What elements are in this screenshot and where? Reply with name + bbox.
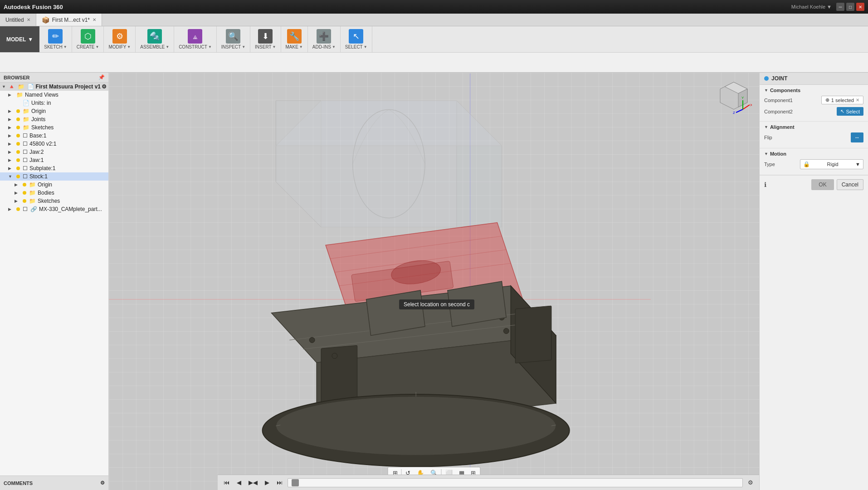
footer-buttons: OK Cancel — [811, 179, 863, 190]
components-arrow: ▼ — [764, 88, 768, 93]
tree-stock1[interactable]: ▼ ☐ Stock:1 — [0, 172, 108, 181]
timeline-play-rev[interactable]: ▶◀ — [246, 478, 260, 487]
base1-bullet — [16, 134, 20, 137]
view-cube[interactable]: X Y Z — [716, 80, 752, 116]
tab-untitled-close[interactable]: ✕ — [27, 17, 30, 22]
named-views-expand[interactable]: ▶ — [8, 93, 15, 97]
comments-label: COMMENTS — [4, 480, 33, 486]
stock1-label: Stock:1 — [29, 173, 48, 180]
window-controls[interactable]: ─ □ ✕ — [836, 3, 864, 11]
ok-button[interactable]: OK — [811, 179, 834, 190]
root-settings[interactable]: ⚙ — [102, 83, 107, 90]
create-icon: ⬡ — [81, 29, 95, 44]
tree-sketches[interactable]: ▶ 📁 Sketches — [0, 123, 108, 132]
alignment-section-header[interactable]: ▼ Alignment — [764, 124, 863, 130]
ribbon-group-modify[interactable]: ⚙ MODIFY ▼ — [104, 26, 136, 52]
origin-label: Origin — [31, 108, 46, 114]
viewport[interactable]: Select location on second c X Y Z ⊞ ↺ — [109, 73, 759, 490]
create-label: CREATE ▼ — [77, 44, 99, 49]
modify-icon: ⚙ — [112, 29, 127, 44]
tree-stock-sketches[interactable]: ▶ 📁 Sketches — [0, 197, 108, 205]
browser-pin[interactable]: 📌 — [98, 74, 105, 80]
timeline-track[interactable] — [288, 478, 743, 487]
type-dropdown[interactable]: 🔒 Rigid ▼ — [800, 159, 863, 169]
timeline-prev[interactable]: ◀ — [234, 478, 244, 487]
ribbon-group-make[interactable]: 🔧 MAKE ▼ — [281, 26, 308, 52]
ribbon-group-create[interactable]: ⬡ CREATE ▼ — [72, 26, 104, 52]
ribbon-group-assemble[interactable]: 🔩 ASSEMBLE ▼ — [136, 26, 174, 52]
root-expand[interactable]: ▼ — [2, 84, 6, 89]
component2-row: Component2 ↖ Select — [764, 107, 863, 116]
ribbon-group-addins[interactable]: ➕ ADD-INS ▼ — [308, 26, 341, 52]
type-row: Type 🔒 Rigid ▼ — [764, 159, 863, 169]
component2-label: Component2 — [764, 109, 793, 114]
comments-bar[interactable]: COMMENTS ⚙ — [0, 475, 108, 490]
stock-bodies-label: Bodies — [38, 190, 54, 196]
minimize-button[interactable]: ─ — [836, 3, 844, 11]
tree-root[interactable]: ▼ 🔺 📁 📄 First Matsuura Project v1 ⚙ — [0, 83, 108, 91]
sketches-label: Sketches — [31, 124, 54, 131]
tree-named-views[interactable]: ▶ 📁 Named Views — [0, 91, 108, 99]
component2-select-label: Select — [846, 109, 860, 114]
type-label: Type — [764, 162, 775, 167]
tree-45800[interactable]: ▶ ☐ 45800 v2:1 — [0, 140, 108, 148]
tab-first-matsuura-close[interactable]: ✕ — [93, 17, 96, 22]
svg-line-36 — [736, 109, 743, 113]
assemble-icon: 🔩 — [147, 29, 162, 44]
app-logo: Autodesk Fusion 360 — [4, 4, 63, 10]
tree-stock-bodies[interactable]: ▶ 📁 Bodies — [0, 189, 108, 197]
inspect-label: INSPECT ▼ — [221, 44, 245, 49]
maximize-button[interactable]: □ — [846, 3, 854, 11]
tab-untitled[interactable]: Untitled ✕ — [0, 14, 36, 26]
model-button[interactable]: MODEL ▼ — [0, 26, 39, 52]
components-label: Components — [770, 88, 800, 93]
title-bar: Autodesk Fusion 360 Michael Koehle ▼ ─ □… — [0, 0, 868, 14]
ribbon-group-construct[interactable]: ⟁ CONSTRUCT ▼ — [174, 26, 217, 52]
tree-base1[interactable]: ▶ ☐ Base:1 — [0, 132, 108, 140]
construct-icon: ⟁ — [188, 29, 202, 44]
timeline-back-to-start[interactable]: ⏮ — [221, 478, 232, 487]
components-section-header[interactable]: ▼ Components — [764, 88, 863, 93]
ribbon-group-inspect[interactable]: 🔍 INSPECT ▼ — [217, 26, 250, 52]
timeline-bar: ⏮ ◀ ▶◀ ▶ ⏭ ⚙ — [218, 475, 759, 490]
ribbon-group-select[interactable]: ↖ SELECT ▼ — [341, 26, 372, 52]
timeline-end[interactable]: ⏭ — [274, 478, 285, 487]
tree-jaw2[interactable]: ▶ ☐ Jaw:2 — [0, 148, 108, 156]
select-icon: ↖ — [349, 29, 363, 44]
motion-arrow: ▼ — [764, 152, 768, 156]
tree-origin[interactable]: ▶ 📁 Origin — [0, 107, 108, 115]
tree-mx330[interactable]: ▶ ☐ 🔗 MX-330_CAMplete_part... — [0, 205, 108, 213]
motion-section-header[interactable]: ▼ Motion — [764, 151, 863, 157]
joint-panel: JOINT ▼ Components Component1 ⊕ 1 select… — [759, 73, 868, 490]
close-button[interactable]: ✕ — [856, 3, 864, 11]
tree-joints[interactable]: ▶ 📁 Joints — [0, 115, 108, 123]
joints-bullet — [16, 118, 20, 121]
cancel-button[interactable]: Cancel — [837, 179, 863, 190]
addins-label: ADD-INS ▼ — [312, 44, 336, 49]
tree-subplate1[interactable]: ▶ ☐ Subplate:1 — [0, 164, 108, 172]
component1-clear[interactable]: ✕ — [856, 98, 859, 103]
model-label: MODEL — [6, 36, 26, 43]
inspect-icon: 🔍 — [226, 29, 240, 44]
svg-point-22 — [332, 353, 337, 358]
info-icon[interactable]: ℹ — [764, 181, 766, 188]
tree-jaw1[interactable]: ▶ ☐ Jaw:1 — [0, 156, 108, 164]
component2-select-button[interactable]: ↖ Select — [837, 107, 863, 116]
flip-button[interactable]: ↔ — [851, 132, 863, 142]
component2-select-icon: ↖ — [840, 108, 844, 114]
tree-stock-origin[interactable]: ▶ 📁 Origin — [0, 181, 108, 189]
svg-point-23 — [503, 328, 509, 334]
mx330-bullet — [16, 207, 20, 211]
tree-units[interactable]: 📄 Units: in — [0, 99, 108, 107]
tab-first-matsuura[interactable]: 📦 First M...ect v1* ✕ — [36, 14, 102, 26]
stock-bodies-bullet — [23, 191, 26, 195]
timeline-marker[interactable] — [292, 479, 299, 486]
ribbon-group-insert[interactable]: ⬇ INSERT ▼ — [250, 26, 281, 52]
timeline-play[interactable]: ▶ — [263, 478, 272, 487]
main-layout: BROWSER 📌 ▼ 🔺 📁 📄 First Matsuura Project… — [0, 73, 868, 490]
stock-origin-label: Origin — [38, 181, 52, 188]
comments-settings[interactable]: ⚙ — [100, 480, 105, 486]
timeline-settings[interactable]: ⚙ — [746, 478, 756, 487]
browser-header: BROWSER 📌 — [0, 73, 108, 83]
ribbon-group-sketch[interactable]: ✏ SKETCH ▼ — [39, 26, 72, 52]
